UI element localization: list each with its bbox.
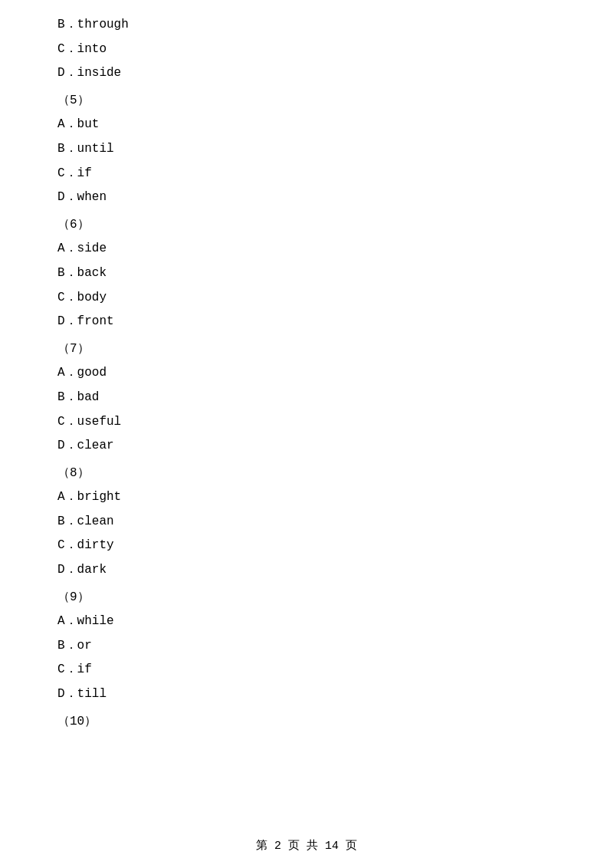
section-5: （5）: [57, 91, 556, 111]
line-d-when: D．when: [57, 188, 556, 208]
line-b-bad: B．bad: [57, 388, 556, 408]
line-b-until: B．until: [57, 140, 556, 159]
page-footer: 第 2 页 共 14 页: [0, 838, 613, 853]
line-d-clear: D．clear: [57, 436, 556, 456]
line-d-front: D．front: [57, 312, 556, 332]
line-b-through: B．through: [57, 15, 556, 35]
section-7: （7）: [57, 340, 556, 360]
line-d-till: D．till: [57, 685, 556, 705]
line-c-body: C．body: [57, 288, 556, 308]
line-a-good: A．good: [57, 363, 556, 383]
line-d-dark: D．dark: [57, 561, 556, 580]
section-9: （9）: [57, 588, 556, 608]
section-8: （8）: [57, 464, 556, 484]
line-c-into: C．into: [57, 40, 556, 60]
section-6: （6）: [57, 215, 556, 235]
line-c-useful: C．useful: [57, 413, 556, 432]
line-b-clean: B．clean: [57, 512, 556, 532]
line-c-dirty: C．dirty: [57, 536, 556, 556]
line-b-or: B．or: [57, 636, 556, 656]
line-c-if-9: C．if: [57, 660, 556, 680]
line-a-bright: A．bright: [57, 488, 556, 508]
line-a-while: A．while: [57, 612, 556, 632]
line-a-but: A．but: [57, 115, 556, 135]
line-c-if-5: C．if: [57, 164, 556, 184]
line-d-inside: D．inside: [57, 64, 556, 84]
line-a-side: A．side: [57, 239, 556, 259]
line-b-back: B．back: [57, 264, 556, 284]
main-content: B．through C．into D．inside （5） A．but B．un…: [0, 0, 613, 782]
section-10: （10）: [57, 712, 556, 732]
